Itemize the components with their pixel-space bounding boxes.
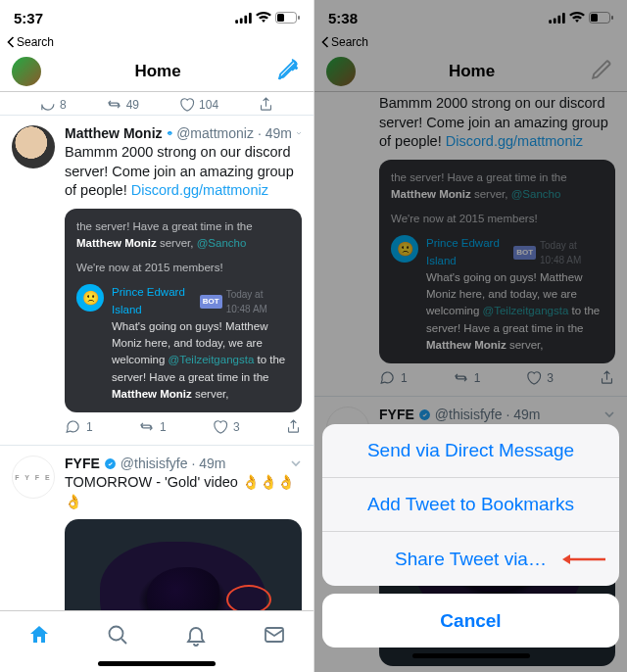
chevron-down-icon[interactable] bbox=[290, 457, 302, 469]
prev-tweet-stats: 8 49 104 bbox=[0, 92, 314, 115]
search-tab-icon[interactable] bbox=[106, 623, 129, 647]
right-screenshot: 5:38 Search Home Bammm 2 bbox=[314, 0, 627, 672]
status-time: 5:37 bbox=[14, 10, 235, 26]
back-to-search[interactable]: Search bbox=[0, 35, 314, 51]
avatar[interactable] bbox=[12, 125, 55, 168]
tweet-fyfe[interactable]: F Y F E FYFE @thisisfyfe · 49m TOMORROW … bbox=[0, 446, 314, 610]
page-title: Home bbox=[134, 62, 180, 81]
tweet-author-handle: @mattmoniz bbox=[176, 125, 254, 141]
verified-badge-icon bbox=[167, 127, 173, 140]
signal-icon bbox=[235, 13, 252, 24]
wifi-icon bbox=[256, 12, 271, 24]
retweet-button[interactable]: 1 bbox=[138, 418, 167, 435]
compose-tweet-icon bbox=[275, 59, 300, 83]
chevron-down-icon[interactable] bbox=[296, 127, 302, 139]
home-indicator[interactable] bbox=[412, 653, 530, 658]
reply-icon bbox=[39, 96, 56, 113]
svg-point-7 bbox=[105, 458, 116, 469]
compose-button[interactable] bbox=[274, 58, 302, 85]
tweet-author-handle: @thisisfyfe bbox=[121, 456, 188, 471]
share-via-option[interactable]: Share Tweet via… bbox=[322, 532, 619, 586]
svg-rect-1 bbox=[240, 18, 243, 24]
send-via-dm-option[interactable]: Send via Direct Message bbox=[322, 424, 619, 478]
notifications-tab-icon[interactable] bbox=[184, 623, 208, 647]
discord-embed: the server! Have a great time in the Mat… bbox=[65, 209, 302, 413]
home-tab-icon[interactable] bbox=[27, 623, 51, 647]
retweet-icon bbox=[138, 418, 155, 435]
verified-badge-icon bbox=[104, 457, 117, 470]
tweet-body: Bammm 2000 strong on our discord server!… bbox=[65, 143, 302, 201]
like-icon bbox=[178, 96, 195, 113]
svg-rect-6 bbox=[298, 16, 300, 20]
tweet-body: TOMORROW - 'Gold' video 👌👌👌👌 bbox=[65, 473, 302, 511]
add-bookmark-option[interactable]: Add Tweet to Bookmarks bbox=[322, 478, 619, 532]
tweet-moniz[interactable]: Matthew Moniz @mattmoniz · 49m Bammm 200… bbox=[0, 116, 314, 445]
svg-rect-0 bbox=[235, 20, 238, 24]
battery-icon bbox=[275, 12, 300, 24]
tweet-author-name: FYFE bbox=[65, 456, 100, 471]
home-indicator[interactable] bbox=[98, 661, 216, 666]
profile-avatar[interactable] bbox=[12, 57, 41, 86]
share-icon bbox=[285, 418, 302, 435]
tweet-actions: 1 1 3 bbox=[65, 412, 302, 439]
chevron-left-icon bbox=[6, 36, 15, 48]
reply-button[interactable]: 1 bbox=[65, 418, 93, 435]
tweet-media[interactable] bbox=[65, 519, 302, 610]
cancel-button[interactable]: Cancel bbox=[322, 594, 619, 648]
reply-icon bbox=[65, 418, 81, 435]
svg-rect-3 bbox=[249, 13, 252, 24]
share-button[interactable] bbox=[285, 418, 302, 435]
tweet-age: · 49m bbox=[258, 125, 292, 141]
action-sheet-options: Send via Direct Message Add Tweet to Boo… bbox=[322, 424, 619, 586]
retweet-icon bbox=[106, 96, 122, 113]
feed[interactable]: 8 49 104 Matthew Moniz @mattmoniz · 49m … bbox=[0, 92, 314, 610]
share-icon bbox=[258, 96, 274, 113]
top-bar: Home bbox=[0, 51, 314, 92]
tweet-link[interactable]: Discord.gg/mattmoniz bbox=[131, 182, 268, 198]
action-sheet: Send via Direct Message Add Tweet to Boo… bbox=[322, 424, 619, 664]
annotation-arrow bbox=[560, 552, 605, 566]
avatar[interactable]: F Y F E bbox=[12, 456, 55, 499]
bottom-tab-bar bbox=[0, 610, 314, 657]
left-screenshot: 5:37 Search Home 8 49 104 bbox=[0, 0, 314, 672]
like-button[interactable]: 3 bbox=[212, 418, 240, 435]
tweet-age: · 49m bbox=[191, 456, 225, 471]
messages-tab-icon[interactable] bbox=[263, 623, 286, 647]
discord-bot-avatar: 🙁 bbox=[76, 284, 104, 312]
svg-point-9 bbox=[110, 626, 123, 640]
status-bar: 5:37 bbox=[0, 0, 314, 35]
svg-rect-2 bbox=[244, 15, 247, 23]
like-icon bbox=[212, 418, 228, 435]
svg-rect-5 bbox=[277, 14, 284, 22]
tweet-author-name: Matthew Moniz bbox=[65, 125, 163, 141]
